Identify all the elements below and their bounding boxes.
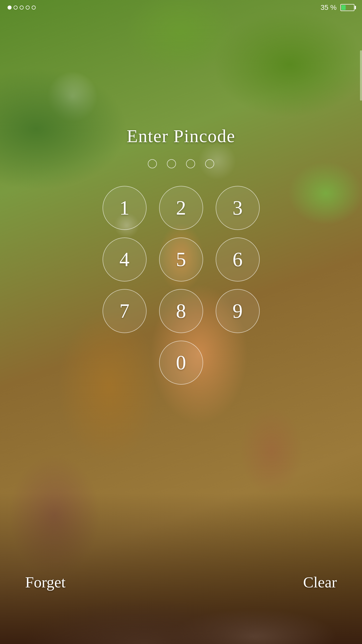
pin-dot-1 — [148, 159, 157, 168]
clear-button[interactable]: Clear — [298, 571, 342, 594]
signal-dot-1 — [8, 6, 12, 10]
signal-indicator — [8, 6, 36, 10]
key-7[interactable]: 7 — [103, 289, 147, 333]
key-6[interactable]: 6 — [216, 237, 260, 281]
signal-dot-3 — [20, 6, 24, 10]
pin-dot-2 — [167, 159, 176, 168]
numpad-row-2: 4 5 6 — [103, 237, 260, 281]
numpad-row-1: 1 2 3 — [103, 186, 260, 230]
pincode-content: Enter Pincode 1 2 3 4 5 6 7 8 9 — [0, 0, 362, 644]
pin-dot-4 — [205, 159, 214, 168]
signal-dot-2 — [14, 6, 18, 10]
key-4[interactable]: 4 — [103, 237, 147, 281]
status-bar: 35 % — [0, 0, 362, 15]
pin-dot-3 — [186, 159, 195, 168]
numpad-row-3: 7 8 9 — [103, 289, 260, 333]
bottom-actions: Forget Clear — [0, 571, 362, 594]
scrollbar[interactable] — [360, 50, 362, 101]
signal-dot-5 — [32, 6, 36, 10]
pin-dots-container — [148, 159, 214, 168]
lock-screen: 35 % Enter Pincode 1 2 3 4 5 — [0, 0, 362, 644]
pincode-title: Enter Pincode — [127, 126, 235, 147]
key-9[interactable]: 9 — [216, 289, 260, 333]
key-3[interactable]: 3 — [216, 186, 260, 230]
key-2[interactable]: 2 — [159, 186, 203, 230]
forget-button[interactable]: Forget — [20, 571, 71, 594]
numpad-row-4: 0 — [159, 341, 203, 385]
key-5[interactable]: 5 — [159, 237, 203, 281]
battery-fill — [341, 5, 346, 10]
numpad: 1 2 3 4 5 6 7 8 9 0 — [103, 186, 260, 385]
battery-area: 35 % — [321, 4, 354, 12]
battery-icon — [340, 4, 354, 11]
signal-dot-4 — [26, 6, 30, 10]
key-0[interactable]: 0 — [159, 341, 203, 385]
key-1[interactable]: 1 — [103, 186, 147, 230]
key-8[interactable]: 8 — [159, 289, 203, 333]
battery-percent: 35 % — [321, 4, 337, 12]
